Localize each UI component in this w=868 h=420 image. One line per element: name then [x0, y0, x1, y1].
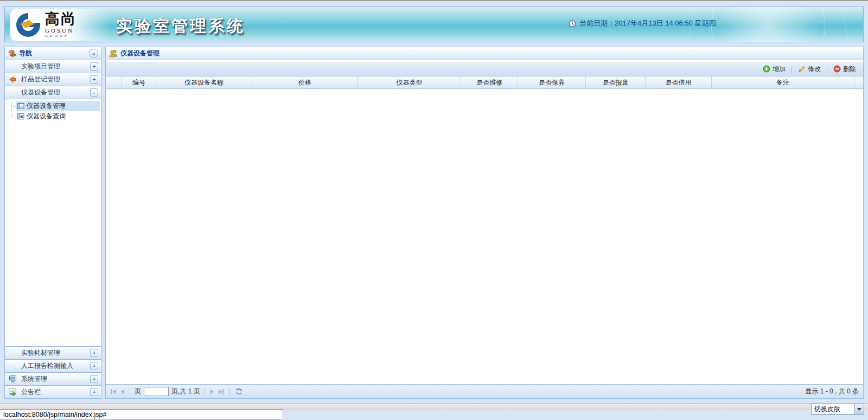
expand-button[interactable]: + [90, 62, 98, 71]
row-numberer-header [106, 77, 122, 88]
form-icon [17, 113, 24, 120]
sidebar-title: 导航 [19, 49, 32, 58]
expand-button[interactable]: + [90, 375, 98, 383]
brand-name-cn: 高尚 [45, 12, 76, 27]
expand-button[interactable]: + [90, 362, 98, 370]
status-url-text: localhost:8080/jsp/main/index.jsp# [3, 411, 106, 418]
column-header-device-type[interactable]: 仪器类型 [358, 77, 461, 88]
skin-select-value: 切换皮肤 [812, 405, 854, 414]
toolbar-separator [827, 66, 827, 73]
pager-separator [205, 388, 205, 395]
sidebar-group-experiment-project[interactable]: 实验项目管理 + [5, 60, 101, 73]
form-icon [17, 103, 24, 110]
delete-button-label: 删除 [843, 65, 856, 74]
tree-elbow [8, 111, 16, 122]
globe-decoration [711, 7, 825, 42]
app-banner: 高尚 GOSUN GROUP 实验室管理系统 当前日期：2017年4月13日 1… [4, 7, 864, 42]
sidebar-group-manual-report[interactable]: 人工报告检测输入 + [5, 359, 101, 372]
user-group-icon [109, 49, 118, 58]
add-button[interactable]: 增加 [761, 63, 787, 75]
delete-button[interactable]: 删除 [832, 63, 858, 75]
last-page-button[interactable] [218, 388, 225, 395]
tree-item-device-query[interactable]: 仪器设备查询 [8, 111, 100, 122]
page-prefix-label: 页 [135, 387, 141, 396]
tree-elbow [8, 101, 16, 111]
navigation-sidebar: 导航 « 实验项目管理 + 样品登记管理 + 仪器设备管理 - [4, 47, 101, 399]
brand-group-en: GROUP [45, 34, 76, 38]
skin-switch-select[interactable]: 切换皮肤 [811, 404, 864, 415]
group-label: 实验耗材管理 [21, 348, 60, 358]
expand-button[interactable]: + [90, 349, 98, 357]
tree-item-label: 仪器设备管理 [27, 101, 66, 111]
column-header-borrowed[interactable]: 是否借用 [646, 77, 712, 88]
add-icon [763, 65, 770, 73]
app-title: 实验室管理系统 [116, 15, 245, 37]
panel-header: 仪器设备管理 [106, 47, 863, 60]
viewport: 导航 « 实验项目管理 + 样品登记管理 + 仪器设备管理 - [4, 47, 864, 399]
edit-button[interactable]: 修改 [796, 63, 822, 75]
sidebar-group-consumables[interactable]: 实验耗材管理 + [5, 346, 101, 359]
refresh-icon [235, 387, 243, 396]
grid-header-row: 编号 仪器设备名称 价格 仪器类型 是否维修 是否保养 是否报废 是否借用 备注 [106, 77, 863, 89]
first-page-icon [113, 390, 116, 394]
edit-button-label: 修改 [808, 65, 821, 74]
chevron-down-icon [857, 408, 861, 411]
brand-name-en: GOSUN [45, 28, 76, 34]
record-count-status: 显示 1 - 0 , 共 0 条 [805, 387, 859, 396]
expand-button[interactable]: + [90, 388, 98, 396]
column-header-repair[interactable]: 是否维修 [461, 77, 518, 88]
sidebar-tree: 仪器设备管理 仪器设备查询 [5, 99, 101, 346]
expand-button[interactable]: + [90, 75, 98, 84]
group-label: 系统管理 [21, 374, 47, 384]
sidebar-collapse-button[interactable]: « [89, 49, 98, 58]
status-url-tooltip: localhost:8080/jsp/main/index.jsp# [0, 409, 283, 419]
previous-page-icon [121, 390, 124, 394]
grid-body-empty [106, 89, 863, 384]
tree-node[interactable]: 仪器设备管理 [16, 101, 100, 111]
grid-header-spacer [854, 77, 863, 88]
select-arrow-button[interactable] [854, 404, 864, 414]
current-datetime: 当前日期：2017年4月13日 14:06:50 星期四 [568, 18, 716, 28]
toolbar-separator [792, 66, 792, 73]
sidebar-group-sample-register[interactable]: 样品登记管理 + [5, 73, 101, 86]
pager-separator [229, 388, 229, 395]
collapse-group-button[interactable]: - [90, 88, 98, 97]
last-page-icon [219, 390, 222, 394]
column-header-remarks[interactable]: 备注 [712, 77, 854, 88]
group-label: 样品登记管理 [21, 75, 60, 84]
page-number-input[interactable] [144, 387, 169, 396]
group-label: 人工报告检测输入 [21, 361, 73, 371]
tree-node[interactable]: 仪器设备查询 [16, 111, 100, 122]
monitor-icon [9, 375, 17, 383]
sidebar-group-bulletin-board[interactable]: 公告栏 + [5, 385, 101, 398]
delete-icon [833, 65, 841, 73]
column-header-id[interactable]: 编号 [122, 77, 156, 88]
device-management-panel: 仪器设备管理 增加 修改 [105, 47, 864, 399]
next-page-button[interactable] [209, 389, 215, 395]
column-header-device-name[interactable]: 仪器设备名称 [156, 77, 252, 88]
column-header-maintenance[interactable]: 是否保养 [518, 77, 586, 88]
signpost-icon [8, 49, 16, 58]
page-suffix-label: 页,共 1 页 [171, 387, 200, 396]
column-header-scrapped[interactable]: 是否报废 [586, 77, 646, 88]
board-arrow-icon [9, 388, 17, 396]
sidebar-group-system-management[interactable]: 系统管理 + [5, 372, 101, 385]
next-page-icon [210, 390, 214, 394]
tree-item-device-management[interactable]: 仪器设备管理 [8, 101, 100, 111]
group-label: 实验项目管理 [21, 62, 60, 71]
sidebar-group-instrument-device[interactable]: 仪器设备管理 - [5, 86, 101, 99]
browser-status-area: localhost:8080/jsp/main/index.jsp# 切换皮肤 [0, 399, 868, 420]
back-arrow-icon [9, 75, 17, 84]
previous-page-button[interactable] [120, 389, 125, 395]
last-page-icon [222, 389, 224, 394]
pager-separator [130, 388, 130, 395]
refresh-button[interactable] [234, 386, 244, 397]
sidebar-header: 导航 « [5, 47, 101, 60]
first-page-icon [111, 389, 112, 394]
first-page-button[interactable] [110, 388, 117, 395]
clock-icon [568, 19, 577, 28]
column-header-price[interactable]: 价格 [252, 77, 358, 88]
paging-toolbar: 页 页,共 1 页 显示 1 - 0 , 共 0 条 [106, 384, 863, 398]
group-label: 仪器设备管理 [21, 88, 60, 97]
group-label: 公告栏 [21, 387, 41, 397]
